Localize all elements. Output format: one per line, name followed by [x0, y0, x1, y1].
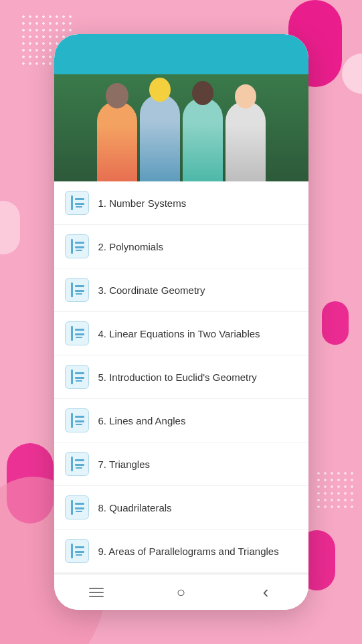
book-icon: [65, 495, 89, 519]
list-item[interactable]: 8. Quadrilaterals: [54, 486, 308, 530]
chapter-title: 6. Lines and Angles: [98, 414, 186, 428]
book-icon: [65, 321, 89, 345]
bg-shape-white-circle: [342, 54, 362, 94]
list-item[interactable]: 2. Polynomials: [54, 225, 308, 268]
list-item[interactable]: 1. Number Systems: [54, 181, 308, 225]
home-button[interactable]: ○: [167, 579, 194, 606]
chapter-title: 8. Quadrilaterals: [98, 501, 172, 515]
list-item[interactable]: 6. Lines and Angles: [54, 399, 308, 442]
student-2-head: [149, 78, 171, 102]
list-item[interactable]: 5. Introduction to Euclid's Geometry: [54, 355, 308, 399]
bottom-navigation: ○ ‹: [54, 574, 308, 610]
chapter-title: 4. Linear Equations in Two Variables: [98, 327, 260, 341]
bg-shape-magenta-mid-right: [322, 301, 349, 345]
book-icon: [65, 365, 89, 389]
hero-image: [54, 74, 308, 181]
student-3: [183, 98, 223, 181]
home-icon: ○: [177, 584, 185, 601]
list-item[interactable]: 9. Areas of Parallelograms and Triangles: [54, 530, 308, 573]
student-3-head: [192, 81, 213, 105]
students-group: [54, 74, 308, 181]
back-icon: ‹: [263, 582, 269, 602]
chapter-title: 7. Triangles: [98, 457, 151, 471]
chapter-title: 1. Number Systems: [98, 196, 187, 210]
book-icon: [65, 278, 89, 302]
book-icon: [65, 191, 89, 215]
menu-lines-icon: [89, 588, 104, 597]
back-button[interactable]: ‹: [252, 579, 279, 606]
chapter-title: 2. Polynomials: [98, 240, 164, 254]
chapter-title: 5. Introduction to Euclid's Geometry: [98, 370, 257, 384]
book-icon: [65, 539, 89, 563]
chapter-title: 3. Coordinate Geometry: [98, 283, 205, 297]
phone-frame: 1. Number Systems2. Polynomials3. Coordi…: [54, 34, 308, 610]
student-1: [97, 101, 137, 181]
chapter-title: 9. Areas of Parallelograms and Triangles: [98, 544, 279, 558]
book-icon: [65, 234, 89, 258]
list-item[interactable]: 4. Linear Equations in Two Variables: [54, 312, 308, 355]
bg-shape-white-left: [0, 201, 20, 254]
menu-button[interactable]: [83, 579, 110, 606]
list-item[interactable]: 3. Coordinate Geometry: [54, 268, 308, 312]
student-4: [225, 101, 266, 181]
student-1-head: [106, 83, 128, 108]
chapter-list: 1. Number Systems2. Polynomials3. Coordi…: [54, 181, 308, 574]
student-4-head: [235, 84, 256, 108]
list-item[interactable]: 7. Triangles: [54, 442, 308, 486]
book-icon: [65, 408, 89, 432]
book-icon: [65, 452, 89, 476]
app-header: [54, 34, 308, 74]
bg-dots-2-decoration: [315, 470, 355, 510]
student-2: [140, 94, 180, 181]
